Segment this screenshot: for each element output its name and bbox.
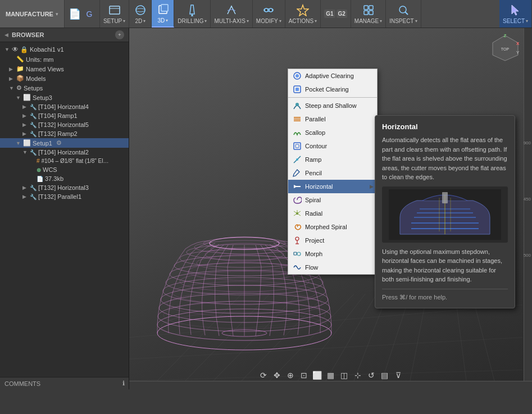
3d-group[interactable]: 3D ▾ — [152, 0, 174, 28]
inspect-group[interactable]: INSPECT ▾ — [386, 0, 421, 28]
svg-text:Z: Z — [504, 33, 507, 38]
svg-rect-13 — [369, 6, 373, 10]
dropdown-pencil[interactable]: Pencil — [288, 166, 377, 180]
manufacture-menu[interactable]: MANUFACTURE ▾ — [0, 0, 65, 28]
pocket-clearing-icon — [293, 85, 302, 94]
horizontal-tooltip: Horizontal Automatically detects all the… — [375, 115, 515, 308]
tree-t104-h2[interactable]: ▼ 🔧 [T104] Horizontal2 — [0, 148, 129, 157]
morph-icon — [293, 249, 302, 258]
dropdown-spiral[interactable]: Spiral — [288, 193, 377, 207]
scale-500: 500 — [524, 253, 531, 258]
browser-expand-btn[interactable]: + — [115, 30, 124, 39]
svg-marker-76 — [294, 185, 297, 188]
dropdown-pocket-clearing[interactable]: Pocket Clearing — [288, 83, 377, 96]
scallop-icon — [293, 128, 302, 137]
svg-point-36 — [158, 301, 331, 331]
tree-t104-h4[interactable]: ▶ 🔧 [T104] Horizontal4 — [0, 102, 129, 111]
section-btn[interactable]: ◫ — [339, 370, 350, 381]
tree-setup1[interactable]: ▼ ⬜ Setup1 ⚙ — [0, 138, 129, 148]
pan-btn[interactable]: ✥ — [271, 370, 283, 381]
select-icon — [509, 3, 522, 17]
svg-point-67 — [295, 103, 299, 106]
manage-label: MANAGE ▾ — [354, 18, 382, 24]
dropdown-morph[interactable]: Morph — [288, 247, 377, 261]
svg-line-32 — [129, 338, 522, 360]
modify-group[interactable]: MODIFY ▾ — [253, 0, 285, 28]
project-icon — [293, 236, 302, 245]
svg-rect-14 — [364, 11, 368, 15]
dropdown-horizontal[interactable]: Horizontal ▶ — [288, 180, 377, 193]
orbit-btn[interactable]: ⟳ — [258, 370, 269, 381]
tree-t132-h5[interactable]: ▶ 🔧 [T132] Horizontal5 — [0, 120, 129, 129]
tree-setup3[interactable]: ▼ ⬜ Setup3 — [0, 93, 129, 102]
tree-wcs[interactable]: ⊕ WCS — [0, 165, 129, 174]
tree-kobachi[interactable]: ▼ 👁 🔒 Kobachi1 v1 — [0, 44, 129, 54]
svg-rect-86 — [294, 252, 297, 255]
svg-point-3 — [136, 8, 145, 12]
main-toolbar: MANUFACTURE ▾ 📄 G SETUP ▾ 2D ▾ — [0, 0, 532, 28]
dropdown-morphed-spiral[interactable]: Morphed Spiral — [288, 220, 377, 234]
tree-models[interactable]: ▶ 📦 Models — [0, 74, 129, 83]
g1g2-group[interactable]: G1 G2 — [321, 0, 351, 28]
dropdown-adaptive-clearing[interactable]: Adaptive Clearing — [288, 69, 377, 83]
svg-line-25 — [326, 294, 376, 381]
setup-group[interactable]: SETUP ▾ — [100, 0, 129, 28]
tree-t132-p1[interactable]: ▶ 🔧 [T132] Parallel1 — [0, 192, 129, 201]
dropdown-scallop[interactable]: Scallop — [288, 126, 377, 139]
manage-group[interactable]: MANAGE ▾ — [351, 0, 386, 28]
dropdown-project[interactable]: Project — [288, 234, 377, 247]
actions-label: ACTIONS ▾ — [289, 18, 317, 24]
nav-cube[interactable]: X Y Z TOP — [490, 33, 521, 63]
svg-point-49 — [197, 255, 292, 271]
manufacture-label: MANUFACTURE — [6, 11, 53, 17]
steep-shallow-icon — [293, 101, 302, 110]
tree-named-views[interactable]: ▶ 📁 Named Views — [0, 64, 129, 74]
svg-point-50 — [188, 262, 301, 280]
zoom-btn[interactable]: ⊕ — [285, 370, 296, 381]
settings-btn[interactable]: ▤ — [379, 370, 390, 381]
dropdown-radial[interactable]: Radial — [288, 207, 377, 220]
svg-rect-93 — [442, 192, 448, 203]
fit-btn[interactable]: ⊡ — [298, 370, 310, 381]
dropdown-parallel[interactable]: Parallel — [288, 112, 377, 126]
svg-point-73 — [296, 158, 298, 161]
multiaxis-group[interactable]: MULTI-AXIS ▾ — [211, 0, 252, 28]
spiral-icon — [293, 195, 302, 204]
dropdown-ramp[interactable]: Ramp — [288, 153, 377, 166]
tree-t132-r2[interactable]: ▶ 🔧 [T132] Ramp2 — [0, 129, 129, 138]
select-group[interactable]: SELECT ▾ — [499, 0, 532, 28]
view-btn[interactable]: ⬜ — [312, 370, 323, 381]
svg-line-24 — [298, 294, 365, 381]
svg-line-78 — [297, 211, 301, 213]
svg-point-39 — [163, 277, 326, 304]
tree-tool-104[interactable]: # #104 – Ø1/8" flat (1/8" El… — [0, 157, 129, 165]
adaptive-clearing-icon — [293, 71, 302, 80]
dropdown-menu: Adaptive Clearing Pocket Clearing Steep … — [288, 69, 378, 275]
tree-units[interactable]: 📏 Units: mm — [0, 54, 129, 64]
refresh-btn[interactable]: ↺ — [366, 370, 377, 381]
actions-group[interactable]: ACTIONS ▾ — [285, 0, 321, 28]
svg-point-38 — [161, 285, 328, 313]
svg-marker-18 — [512, 5, 519, 15]
2d-group[interactable]: 2D ▾ — [129, 0, 152, 28]
drilling-group[interactable]: DRILLING ▾ — [174, 0, 211, 28]
tree-t132-h3[interactable]: ▶ 🔧 [T132] Horizontal3 — [0, 183, 129, 192]
svg-line-79 — [297, 213, 301, 216]
tree-setups[interactable]: ▼ ⚙ Setups — [0, 83, 129, 93]
display-btn[interactable]: ▦ — [325, 370, 337, 381]
svg-point-87 — [297, 252, 301, 256]
snap-btn[interactable]: ⊹ — [352, 370, 363, 381]
tree-t104-r1[interactable]: ▶ 🔧 [T104] Ramp1 — [0, 111, 129, 120]
dropdown-contour[interactable]: Contour — [288, 139, 377, 153]
dropdown-steep-shallow[interactable]: Steep and Shallow — [288, 99, 377, 112]
file-tools[interactable]: 📄 G — [65, 0, 100, 28]
viewport[interactable]: 900 450 500 X Y Z TOP — [129, 28, 532, 389]
svg-line-17 — [405, 12, 408, 15]
ramp-icon — [293, 155, 302, 164]
svg-point-2 — [136, 6, 145, 15]
svg-point-52 — [172, 281, 316, 304]
browser-header: ◀ BROWSER + — [0, 28, 129, 42]
dropdown-flow[interactable]: Flow — [288, 261, 377, 274]
svg-point-48 — [205, 248, 284, 261]
filter-btn[interactable]: ⊽ — [393, 370, 404, 381]
